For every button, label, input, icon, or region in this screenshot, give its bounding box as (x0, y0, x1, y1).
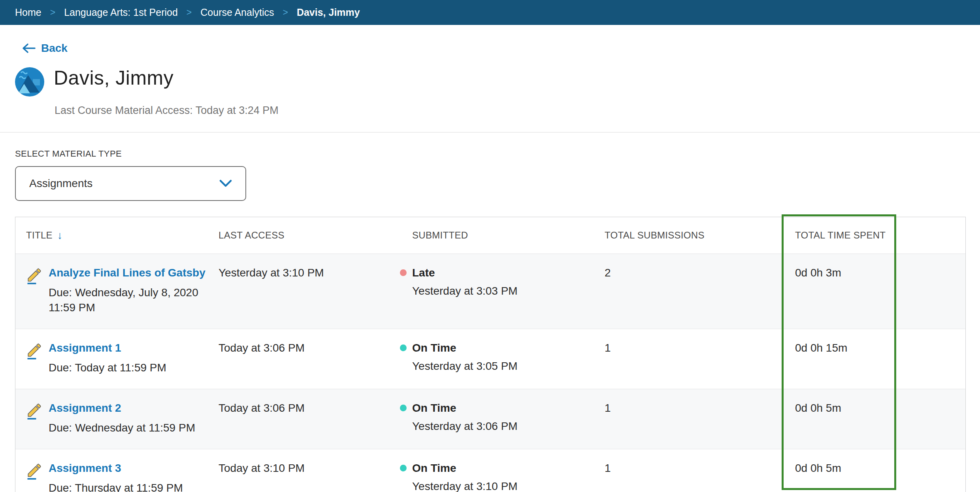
status-dot-icon (400, 344, 407, 351)
assignment-title-link[interactable]: Assignment 2 (49, 401, 195, 415)
column-header-submitted[interactable]: SUBMITTED (412, 230, 605, 241)
column-header-title[interactable]: TITLE ↓ (15, 230, 219, 241)
table-row: Assignment 3 Due: Thursday at 11:59 PM T… (15, 449, 965, 492)
column-header-total-submissions[interactable]: TOTAL SUBMISSIONS (605, 230, 795, 241)
chevron-down-icon (219, 180, 232, 187)
total-submissions-value: 1 (605, 341, 795, 375)
material-type-selected-value: Assignments (29, 177, 92, 190)
submission-status: On Time (412, 461, 597, 475)
last-access-value: Today at 3:06 PM (219, 341, 412, 375)
assignments-table: TITLE ↓ LAST ACCESS SUBMITTED TOTAL SUBM… (15, 217, 966, 492)
total-submissions-value: 1 (605, 461, 795, 492)
total-submissions-value: 1 (605, 401, 795, 435)
sort-arrow-down-icon: ↓ (57, 230, 63, 241)
submission-status: On Time (412, 401, 597, 415)
assignment-title-link[interactable]: Analyze Final Lines of Gatsby (49, 266, 207, 280)
submission-time: Yesterday at 3:06 PM (412, 419, 597, 433)
assignment-title-link[interactable]: Assignment 1 (49, 341, 166, 355)
column-header-total-time-spent[interactable]: TOTAL TIME SPENT (795, 230, 965, 241)
arrow-left-icon (22, 43, 36, 53)
pencil-icon (26, 402, 43, 420)
pencil-icon (26, 342, 43, 360)
breadcrumb-item-analytics[interactable]: Course Analytics (200, 7, 274, 18)
table-body: Analyze Final Lines of Gatsby Due: Wedne… (15, 254, 965, 492)
total-time-spent-value: 0d 0h 3m (795, 266, 965, 315)
pencil-icon (26, 267, 43, 285)
last-course-material-access: Last Course Material Access: Today at 3:… (55, 104, 279, 117)
back-label: Back (41, 42, 68, 55)
assignment-due-date: Due: Thursday at 11:59 PM (49, 481, 183, 492)
breadcrumb: Home > Language Arts: 1st Period > Cours… (0, 0, 980, 25)
breadcrumb-item-course[interactable]: Language Arts: 1st Period (64, 7, 178, 18)
table-header-row: TITLE ↓ LAST ACCESS SUBMITTED TOTAL SUBM… (15, 217, 965, 254)
page-title-student-name: Davis, Jimmy (54, 66, 173, 89)
assignment-title-link[interactable]: Assignment 3 (49, 461, 183, 475)
breadcrumb-item-home[interactable]: Home (15, 7, 41, 18)
assignment-due-date: Due: Wednesday at 11:59 PM (49, 420, 195, 435)
column-header-last-access[interactable]: LAST ACCESS (219, 230, 412, 241)
last-access-value: Today at 3:06 PM (219, 401, 412, 435)
breadcrumb-separator: > (187, 7, 192, 18)
total-time-spent-value: 0d 0h 15m (795, 341, 965, 375)
material-type-select[interactable]: Assignments (15, 166, 246, 201)
breadcrumb-item-student: Davis, Jimmy (297, 7, 360, 18)
pencil-icon (26, 462, 43, 480)
table-row: Analyze Final Lines of Gatsby Due: Wedne… (15, 254, 965, 329)
submission-status: On Time (412, 341, 597, 355)
total-time-spent-value: 0d 0h 5m (795, 461, 965, 492)
table-row: Assignment 2 Due: Wednesday at 11:59 PM … (15, 389, 965, 449)
total-time-spent-value: 0d 0h 5m (795, 401, 965, 435)
assignment-due-date: Due: Today at 11:59 PM (49, 360, 166, 375)
submission-time: Yesterday at 3:10 PM (412, 479, 597, 492)
submission-time: Yesterday at 3:03 PM (412, 284, 597, 298)
assignment-due-date: Due: Wednesday, July 8, 2020 11:59 PM (49, 285, 207, 315)
submission-status: Late (412, 266, 597, 280)
status-dot-icon (400, 269, 407, 276)
divider (0, 132, 980, 132)
total-submissions-value: 2 (605, 266, 795, 315)
table-row: Assignment 1 Due: Today at 11:59 PM Toda… (15, 329, 965, 389)
status-dot-icon (400, 405, 407, 411)
submission-time: Yesterday at 3:05 PM (412, 359, 597, 373)
last-access-value: Today at 3:10 PM (219, 461, 412, 492)
back-button[interactable]: Back (22, 42, 68, 55)
material-type-label: SELECT MATERIAL TYPE (15, 149, 122, 159)
status-dot-icon (400, 465, 407, 471)
breadcrumb-separator: > (283, 7, 288, 18)
last-access-value: Yesterday at 3:10 PM (219, 266, 412, 315)
avatar (15, 67, 44, 97)
breadcrumb-separator: > (50, 7, 55, 18)
